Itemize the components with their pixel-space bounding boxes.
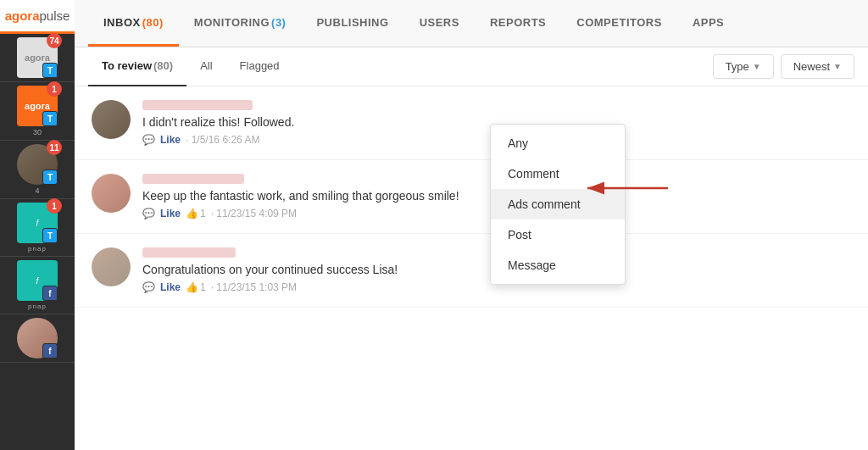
newest-filter-button[interactable]: Newest ▼ [781,54,854,79]
sidebar-account-2[interactable]: agora T 1 30 [0,82,75,141]
badge-1: 74 [47,33,62,48]
twitter-icon-3: T [42,169,58,185]
avatar-1 [92,100,131,139]
dropdown-item-any[interactable]: Any [491,128,625,158]
sub-navigation: To review (80) All Flagged Type ▼ Newest… [75,47,868,86]
dropdown-item-message[interactable]: Message [491,250,625,281]
message-item-2: Keep up the fantastic work, and smiling … [75,160,868,234]
facebook-icon-5: f [42,286,58,301]
count-2: 30 [33,128,42,136]
like-btn-1[interactable]: Like [160,134,181,146]
twitter-icon-1: T [42,63,58,78]
twitter-icon-2: T [42,111,58,126]
type-filter-arrow: ▼ [753,62,761,71]
like-btn-2[interactable]: Like [160,208,181,219]
sidebar-account-5[interactable]: f f pnap [0,257,75,314]
dropdown-item-comment[interactable]: Comment [491,158,625,189]
comment-icon-2: 💬 [142,208,155,219]
message-name-1 [142,100,253,110]
subtab-all[interactable]: All [186,47,225,86]
main-content: INBOX(80) MONITORING(3) PUBLISHING USERS… [75,0,868,450]
tab-competitors[interactable]: COMPETITORS [561,0,677,47]
dropdown-item-ads-comment[interactable]: Ads comment [491,189,625,219]
newest-filter-arrow: ▼ [833,62,842,71]
sidebar-account-1[interactable]: agora T 74 [0,31,75,82]
sidebar-account-3[interactable]: T 11 4 [0,141,75,199]
message-name-3 [142,247,236,258]
twitter-icon-4: T [42,228,58,243]
label-pnap-2: pnap [28,303,47,310]
label-pnap-1: pnap [28,245,47,253]
type-dropdown: Any Comment Ads comment Post Message [490,124,626,285]
message-list: I didn't realize this! Followed. 💬 Like … [75,86,868,450]
like-btn-3[interactable]: Like [160,281,181,293]
tab-inbox[interactable]: INBOX(80) [88,0,179,47]
message-item-3: Congratulations on your continued succes… [75,234,868,308]
comment-icon-3: 💬 [142,281,155,293]
badge-3: 11 [47,140,62,155]
avatar-2 [92,174,131,213]
logo-pulse: pulse [40,8,70,23]
tab-users[interactable]: USERS [404,0,475,47]
logo-agora: agora [5,8,40,23]
sidebar-account-6[interactable]: f [0,314,75,363]
logo: agora pulse [0,0,75,31]
tab-reports[interactable]: REPORTS [475,0,561,47]
badge-4: 1 [47,198,62,214]
dropdown-item-post[interactable]: Post [491,219,625,250]
sidebar: agora pulse agora T 74 agora T 1 30 T 11 [0,0,75,450]
message-item-1: I didn't realize this! Followed. 💬 Like … [75,86,868,160]
count-3: 4 [35,186,39,195]
type-filter-button[interactable]: Type ▼ [713,54,774,79]
subtab-flagged[interactable]: Flagged [226,47,293,86]
tab-monitoring[interactable]: MONITORING(3) [179,0,302,47]
sidebar-account-4[interactable]: f T 1 pnap [0,199,75,257]
tab-apps[interactable]: APPS [677,0,739,47]
filter-group: Type ▼ Newest ▼ [713,54,854,79]
top-navigation: INBOX(80) MONITORING(3) PUBLISHING USERS… [75,0,868,47]
message-name-2 [142,174,244,184]
tab-publishing[interactable]: PUBLISHING [301,0,403,47]
badge-2: 1 [47,81,62,97]
comment-icon-1: 💬 [142,134,155,146]
subtab-to-review[interactable]: To review (80) [88,47,186,86]
facebook-icon-6: f [42,343,58,358]
avatar-3 [92,247,131,286]
